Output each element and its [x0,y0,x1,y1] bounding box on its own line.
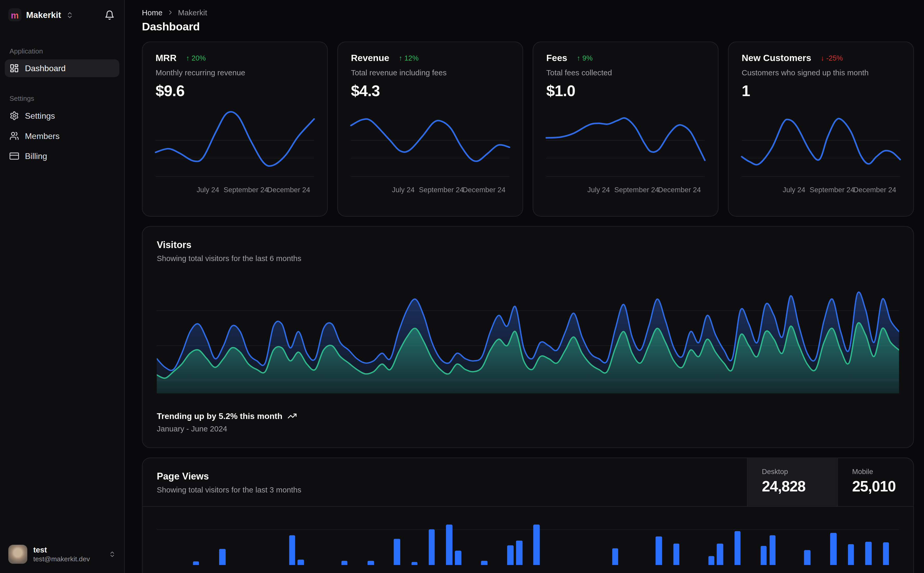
bar [708,556,714,565]
bar [717,544,723,565]
trend-badge: ↑ 12% [399,54,419,62]
visitors-title: Visitors [157,240,899,250]
notifications-button[interactable] [104,9,116,21]
workspace-name: Makerkit [26,10,61,20]
user-email: test@makerkit.dev [33,555,90,564]
visitors-period: January - June 2024 [157,424,899,433]
mobile-value: 25,010 [852,478,913,495]
workspace-selector[interactable]: m Makerkit [5,6,119,24]
stat-title: Revenue [351,53,389,63]
stat-value: $9.6 [156,82,314,100]
stat-value: $4.3 [351,82,510,100]
stat-description: Total fees collected [546,68,705,77]
credit-card-icon [9,152,19,161]
bar [804,550,810,565]
bar [516,540,522,565]
chevrons-up-down-icon [66,11,74,19]
x-axis-labels: July 24 September 24 December 24 [351,182,510,197]
page-views-subtitle: Showing total visitors for the last 3 mo… [157,485,733,494]
sidebar-item-label: Billing [25,152,47,161]
bar [734,531,740,565]
mrr-sparkline-chart [156,108,314,180]
visitors-subtitle: Showing total visitors for the last 6 mo… [157,254,899,263]
user-name: test [33,545,90,555]
bar [446,525,452,565]
breadcrumb: Home Makerkit [142,7,914,18]
page-views-bar-chart [157,507,899,573]
breadcrumb-current: Makerkit [178,8,207,17]
bar [533,525,540,565]
sidebar-item-label: Members [25,131,60,141]
stat-card-mrr: MRR ↑ 20% Monthly recurring revenue $9.6… [142,42,328,217]
toggle-mobile-stat[interactable]: Mobile 25,010 [837,458,913,506]
visitors-area-chart [157,278,899,393]
breadcrumb-home[interactable]: Home [142,8,162,17]
bar [848,544,854,565]
stat-cards-row: MRR ↑ 20% Monthly recurring revenue $9.6… [142,42,914,217]
bar [411,562,417,565]
sidebar-item-dashboard[interactable]: Dashboard [5,59,119,77]
gear-icon [9,111,19,121]
stat-title: MRR [156,53,177,63]
trending-up-icon [287,411,297,421]
visitors-card: Visitors Showing total visitors for the … [142,226,914,448]
bar [673,544,679,565]
bar [883,542,889,565]
stat-card-revenue: Revenue ↑ 12% Total revenue including fe… [337,42,523,217]
bar [341,561,348,565]
layout-dashboard-icon [9,63,19,73]
bar [769,535,776,565]
bar [219,549,225,565]
logo-letter: m [11,10,19,19]
sidebar-item-settings[interactable]: Settings [5,107,119,125]
bar [367,561,374,565]
revenue-sparkline-chart [351,108,510,180]
chevron-right-icon [166,9,174,16]
bar [830,533,837,565]
stat-description: Monthly recurring revenue [156,68,314,77]
x-axis-labels: July 24 September 24 December 24 [742,182,900,197]
page-title: Dashboard [142,20,914,33]
chevrons-up-down-icon [109,551,116,558]
main-content: Home Makerkit Dashboard MRR ↑ 20% Monthl… [125,0,924,573]
stat-card-fees: Fees ↑ 9% Total fees collected $1.0 July… [533,42,718,217]
bar [507,545,514,565]
users-icon [9,131,19,141]
bar [612,548,618,565]
desktop-value: 24,828 [762,478,837,495]
bell-icon [105,10,115,20]
sidebar: m Makerkit Application Dashboard Setting… [0,0,125,573]
stat-value: $1.0 [546,82,705,100]
sidebar-section-application: Application [5,47,119,55]
trend-badge: ↑ 20% [186,54,206,62]
app-window: m Makerkit Application Dashboard Setting… [0,0,924,573]
stat-value: 1 [742,82,900,100]
stat-title: Fees [546,53,567,63]
bar [865,542,872,565]
bar [289,535,295,565]
fees-sparkline-chart [546,108,705,180]
sidebar-item-billing[interactable]: Billing [5,147,119,165]
page-views-header: Page Views Showing total visitors for th… [143,458,913,507]
page-views-title: Page Views [157,471,733,482]
stat-description: Customers who signed up this month [742,68,900,77]
stat-description: Total revenue including fees [351,68,510,77]
sidebar-section-settings: Settings [5,95,119,102]
bar [455,551,461,565]
sidebar-item-label: Settings [25,111,55,121]
bar [481,561,487,565]
bar [656,536,662,565]
x-axis-labels: July 24 September 24 December 24 [546,182,705,197]
trend-badge: ↑ 9% [577,54,593,62]
sidebar-item-label: Dashboard [25,63,66,73]
toggle-desktop-stat[interactable]: Desktop 24,828 [747,458,837,506]
desktop-label: Desktop [762,468,837,476]
new-customers-sparkline-chart [742,108,900,180]
sidebar-item-members[interactable]: Members [5,127,119,145]
user-menu[interactable]: test test@makerkit.dev [5,542,119,566]
page-views-card: Page Views Showing total visitors for th… [142,457,914,573]
x-axis-labels: July 24 September 24 December 24 [156,182,314,197]
stat-title: New Customers [742,53,811,63]
bar [298,559,304,565]
bar [193,561,199,565]
